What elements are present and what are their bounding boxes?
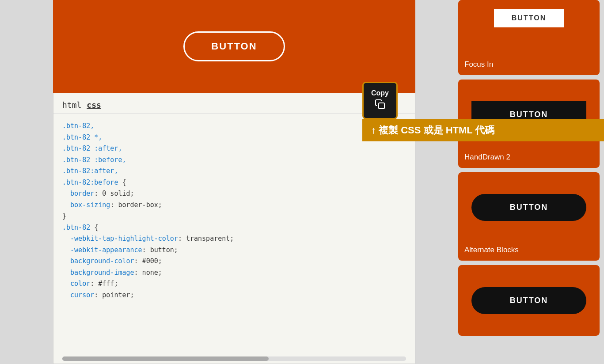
val-bgcolor: : #000; — [134, 257, 162, 265]
tab-css[interactable]: css — [87, 100, 101, 110]
selector-5: .btn-82:after, — [62, 167, 118, 175]
tooltip-text: ↑ 複製 CSS 或是 HTML 代碼 — [371, 125, 495, 136]
val-bgimage: : none; — [134, 269, 162, 277]
code-line: box-sizing: border-box; — [62, 200, 406, 211]
tooltip-banner: ↑ 複製 CSS 或是 HTML 代碼 — [362, 119, 604, 141]
code-line: .btn-82:before { — [62, 177, 406, 189]
card-alternate-label: Alternate Blocks — [458, 242, 600, 261]
code-line: .btn-82, — [62, 121, 406, 132]
code-line: cursor: pointer; — [62, 290, 406, 301]
copy-button-container: Copy — [362, 82, 398, 119]
scrollbar-thumb[interactable] — [62, 356, 269, 361]
val-boxsizing: : border-box; — [110, 201, 162, 209]
bracket-open2: { — [90, 224, 98, 231]
selector-3: .btn-82 :after, — [62, 144, 122, 152]
selector-1: .btn-82, — [62, 122, 94, 130]
card-alternate-btn-area: BUTTON — [458, 172, 600, 242]
code-line: .btn-82 :before, — [62, 155, 406, 166]
selector-2: .btn-82 *, — [62, 133, 102, 141]
alternate-button[interactable]: BUTTON — [471, 194, 586, 221]
prop-color: color — [70, 280, 90, 288]
code-line: .btn-82:after, — [62, 166, 406, 177]
prop-bgimage: background-image — [70, 269, 134, 277]
preview-button[interactable]: BUTTON — [183, 31, 285, 61]
focus-in-button[interactable]: BUTTON — [494, 9, 564, 27]
card-focus-in-label: Focus In — [458, 57, 600, 75]
code-line: .btn-82 { — [62, 222, 406, 234]
code-line: color: #fff; — [62, 278, 406, 290]
code-panel: html css .btn-82, .btn-82 *, .btn-82 :af… — [53, 93, 415, 364]
val-color: : #fff; — [90, 280, 118, 288]
card-focus-in-btn-area: BUTTON — [458, 0, 600, 57]
preview-area: BUTTON — [53, 0, 415, 93]
prop-border: border — [70, 190, 94, 197]
code-content: .btn-82, .btn-82 *, .btn-82 :after, .btn… — [53, 114, 415, 308]
code-line: border: 0 solid; — [62, 188, 406, 200]
prop-webkit-tap: -webkit-tap-highlight-color — [70, 235, 178, 243]
right-panel: BUTTON Focus In BUTTON HandDrawn 2 BUTTO… — [458, 0, 604, 364]
code-line: .btn-82 :after, — [62, 143, 406, 155]
bracket-open: { — [118, 178, 126, 186]
copy-icon — [375, 99, 385, 112]
card-handdrawn-label: HandDrawn 2 — [458, 149, 600, 168]
val-border: : 0 solid; — [94, 190, 134, 197]
copy-label: Copy — [371, 89, 389, 97]
prop-cursor: cursor — [70, 291, 94, 299]
code-line: background-color: #000; — [62, 256, 406, 267]
prop-boxsizing: box-sizing — [70, 201, 110, 209]
val-cursor: : pointer; — [94, 291, 134, 299]
card-alternate-blocks: BUTTON Alternate Blocks — [458, 172, 600, 261]
code-line: background-image: none; — [62, 267, 406, 279]
selector-7: .btn-82 — [62, 224, 90, 231]
bracket-close: } — [62, 212, 66, 220]
scrollbar-area[interactable] — [62, 356, 406, 361]
card-4: BUTTON — [458, 265, 600, 336]
card4-button[interactable]: BUTTON — [471, 287, 586, 314]
prop-webkit-app: -webkit-appearance — [70, 246, 142, 254]
prop-bgcolor: background-color — [70, 257, 134, 265]
val-webkit-app: : button; — [142, 246, 178, 254]
code-line: } — [62, 211, 406, 222]
selector-4: .btn-82 :before, — [62, 156, 126, 164]
code-line: -webkit-appearance: button; — [62, 245, 406, 256]
svg-rect-0 — [379, 103, 384, 109]
selector-6: .btn-82:before — [62, 178, 118, 186]
val-webkit-tap: : transparent; — [178, 235, 234, 243]
code-line: -webkit-tap-highlight-color: transparent… — [62, 233, 406, 245]
card-4-btn-area: BUTTON — [458, 265, 600, 336]
left-panel: BUTTON html css .btn-82, .btn-82 *, .btn… — [0, 0, 458, 364]
code-line: .btn-82 *, — [62, 132, 406, 144]
tab-html[interactable]: html — [62, 100, 81, 110]
card-focus-in: BUTTON Focus In — [458, 0, 600, 75]
copy-button[interactable]: Copy — [362, 82, 398, 119]
code-tabs: html css — [53, 93, 415, 114]
